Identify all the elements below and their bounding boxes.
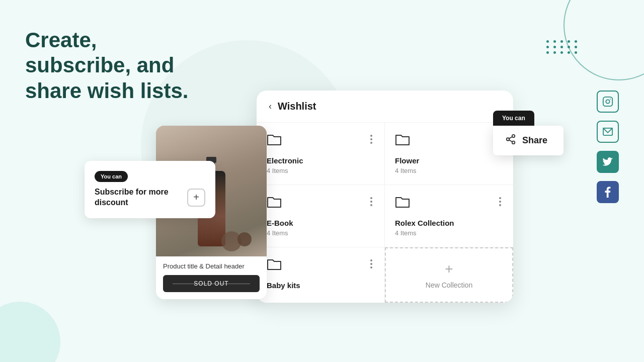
- wishlist-panel: ‹ Wishlist Electronic 4 Items: [257, 90, 513, 303]
- more-dots-electronic[interactable]: [368, 133, 374, 146]
- product-title: Product title & Detail header: [163, 262, 260, 270]
- flower-count: 4 Items: [395, 167, 503, 174]
- share-you-can-badge: You can: [493, 111, 534, 126]
- back-arrow-icon[interactable]: ‹: [269, 101, 272, 112]
- wishlist-title: Wishlist: [278, 101, 316, 112]
- new-collection-item[interactable]: + New Collection: [385, 247, 513, 303]
- bg-circle-bottom-left: [0, 302, 60, 362]
- dots-grid: [546, 40, 579, 54]
- more-dots-rolex[interactable]: [497, 195, 503, 208]
- svg-line-8: [509, 137, 512, 139]
- folder-icon-rolex: [395, 195, 410, 212]
- subscribe-content: Subscribe for more discount +: [95, 187, 205, 208]
- sold-out-button[interactable]: SOLD OUT: [163, 275, 260, 292]
- wishlist-item-ebook[interactable]: E-Book 4 Items: [257, 185, 385, 247]
- more-dots-babykits[interactable]: [368, 257, 374, 270]
- ebook-count: 4 Items: [267, 229, 374, 237]
- wishlist-item-electronic[interactable]: Electronic 4 Items: [257, 123, 385, 185]
- share-box[interactable]: Share: [493, 126, 564, 155]
- electronic-count: 4 Items: [267, 167, 374, 174]
- wishlist-item-babykits[interactable]: Baby kits: [257, 247, 385, 303]
- share-popup: You can Share: [493, 111, 564, 155]
- subscribe-you-can-badge: You can: [95, 171, 128, 182]
- share-label: Share: [522, 135, 547, 146]
- electronic-name: Electronic: [267, 156, 374, 165]
- subscribe-plus-button[interactable]: +: [187, 189, 205, 207]
- svg-point-1: [606, 100, 609, 103]
- share-icon: [505, 134, 516, 147]
- wishlist-header: ‹ Wishlist: [257, 90, 513, 123]
- facebook-icon[interactable]: [597, 181, 619, 203]
- rolex-count: 4 Items: [395, 229, 503, 237]
- more-dots-ebook[interactable]: [368, 195, 374, 208]
- instagram-icon[interactable]: [597, 90, 619, 113]
- babykits-name: Baby kits: [267, 281, 374, 290]
- svg-rect-0: [603, 97, 612, 106]
- subscribe-popup: You can Subscribe for more discount +: [85, 161, 215, 218]
- folder-icon-babykits: [267, 257, 282, 274]
- wishlist-grid: Electronic 4 Items Flower 4 Items: [257, 123, 513, 303]
- hero-title: Create, subscribe, and share wish lists.: [25, 28, 201, 104]
- svg-point-2: [610, 99, 611, 100]
- email-icon[interactable]: [597, 121, 619, 143]
- ebook-name: E-Book: [267, 219, 374, 227]
- product-card-info: Product title & Detail header SOLD OUT: [156, 256, 267, 299]
- social-icons-group: [597, 90, 619, 203]
- folder-icon-ebook: [267, 195, 282, 212]
- folder-icon-flower: [395, 133, 410, 149]
- rolex-name: Rolex Collection: [395, 219, 503, 227]
- new-collection-label: New Collection: [426, 281, 472, 289]
- subscribe-text: Subscribe for more discount: [95, 187, 181, 208]
- hero-section: Create, subscribe, and share wish lists.: [25, 28, 201, 104]
- flower-name: Flower: [395, 156, 503, 165]
- new-collection-plus-icon: +: [445, 261, 453, 277]
- svg-line-7: [509, 140, 512, 142]
- wishlist-item-rolex[interactable]: Rolex Collection 4 Items: [385, 185, 513, 247]
- folder-icon-electronic: [267, 133, 282, 149]
- twitter-icon[interactable]: [597, 151, 619, 173]
